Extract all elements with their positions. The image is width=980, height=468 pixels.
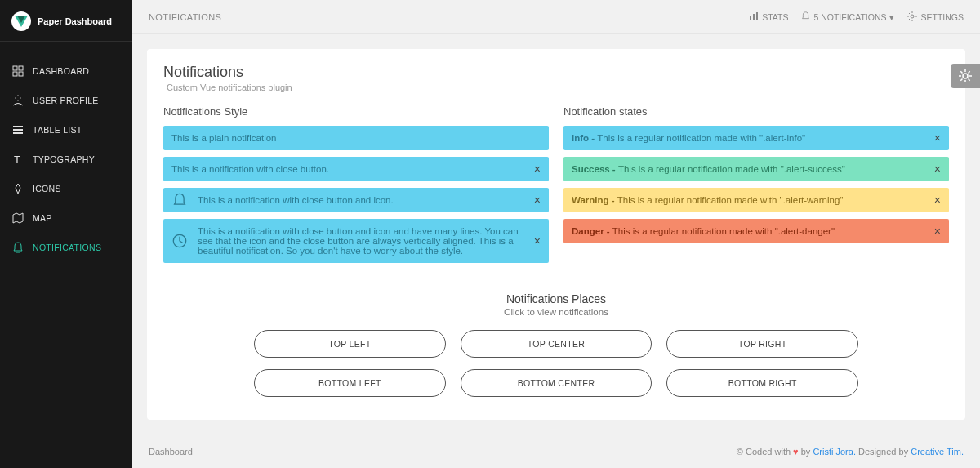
typography-icon: T	[11, 153, 24, 166]
dashboard-icon	[11, 65, 24, 78]
alert-text: This is a notification with close button…	[198, 226, 521, 256]
btn-bottom-center[interactable]: BOTTOM CENTER	[461, 369, 653, 397]
sidebar-item-label: TABLE LIST	[33, 125, 82, 135]
notifications-label: 5 NOTIFICATIONS	[813, 12, 886, 22]
places-grid: TOP LEFT TOP CENTER TOP RIGHT BOTTOM LEF…	[254, 330, 858, 397]
alert-text: Danger - This is a regular notification …	[572, 226, 835, 236]
places-subtitle: Click to view notifications	[163, 307, 949, 317]
alert-state-info: Info - This is a regular notification ma…	[564, 126, 949, 150]
main: NOTIFICATIONS STATS 5 NOTIFICATIONS ▾ SE…	[132, 0, 980, 468]
close-icon[interactable]: ×	[534, 234, 541, 247]
states-heading: Notification states	[564, 105, 949, 118]
sidebar-item-label: DASHBOARD	[33, 66, 89, 76]
sidebar-item-map[interactable]: MAP	[0, 203, 132, 233]
sidebar-item-user-profile[interactable]: USER PROFILE	[0, 86, 132, 115]
page-crumb: NOTIFICATIONS	[149, 12, 221, 22]
sidebar-item-label: TYPOGRAPHY	[33, 154, 95, 164]
sidebar-item-label: USER PROFILE	[33, 96, 99, 105]
page-subtitle: Custom Vue notifications plugin	[167, 82, 949, 92]
sidebar-item-notifications[interactable]: NOTIFICATIONS	[0, 233, 132, 262]
close-icon[interactable]: ×	[934, 131, 941, 145]
chart-icon	[749, 11, 759, 23]
sidebar-item-table-list[interactable]: TABLE LIST	[0, 115, 132, 145]
card-header: Notifications Custom Vue notifications p…	[163, 64, 949, 92]
gear-icon	[907, 11, 917, 23]
alert-text: This is a plain notification	[172, 133, 276, 143]
btn-bottom-right[interactable]: BOTTOM RIGHT	[666, 369, 858, 397]
style-heading: Notifications Style	[163, 105, 549, 118]
alert-text: Success - This is a regular notification…	[572, 164, 845, 174]
sidebar-item-label: NOTIFICATIONS	[33, 243, 101, 252]
stats-link[interactable]: STATS	[749, 11, 788, 23]
chevron-down-icon: ▾	[889, 12, 894, 22]
alert-with-icon: This is a notification with close button…	[163, 188, 549, 212]
footer-right: © Coded with ♥ by Cristi Jora. Designed …	[737, 447, 964, 457]
alert-state-warning: Warning - This is a regular notification…	[564, 188, 949, 212]
alert-plain: This is a plain notification	[163, 126, 549, 150]
sidebar-item-icons[interactable]: ICONS	[0, 174, 132, 203]
map-icon	[11, 212, 24, 225]
svg-rect-13	[753, 14, 755, 20]
sidebar-item-label: ICONS	[33, 184, 61, 194]
stats-label: STATS	[762, 12, 788, 22]
footer-left[interactable]: Dashboard	[149, 447, 193, 457]
footer-author-link[interactable]: Cristi Jora.	[813, 447, 856, 457]
active-caret	[132, 252, 139, 265]
sidebar: Paper Dashboard DASHBOARD USER PROFILE T…	[0, 0, 132, 468]
close-icon[interactable]: ×	[934, 194, 941, 207]
svg-rect-2	[13, 66, 17, 70]
svg-text:T: T	[14, 154, 20, 165]
alert-state-danger: Danger - This is a regular notification …	[564, 219, 949, 243]
notifications-dropdown[interactable]: 5 NOTIFICATIONS ▾	[801, 11, 894, 22]
brand-name: Paper Dashboard	[38, 16, 112, 26]
bell-icon	[801, 11, 810, 22]
svg-point-17	[963, 74, 968, 78]
vue-logo-icon	[11, 11, 31, 31]
close-icon[interactable]: ×	[934, 225, 941, 238]
alert-text: This is a notification with close button…	[172, 164, 329, 174]
clock-icon	[172, 233, 188, 249]
sidebar-item-label: MAP	[33, 213, 52, 223]
svg-rect-12	[750, 16, 751, 20]
sidebar-item-dashboard[interactable]: DASHBOARD	[0, 56, 132, 86]
btn-top-center[interactable]: TOP CENTER	[461, 330, 653, 358]
svg-rect-5	[19, 72, 23, 76]
footer-designer-link[interactable]: Creative Tim.	[911, 447, 964, 457]
settings-label: SETTINGS	[920, 12, 964, 22]
top-actions: STATS 5 NOTIFICATIONS ▾ SETTINGS	[749, 11, 964, 23]
theme-gear-button[interactable]	[951, 64, 980, 88]
brand-logo[interactable]: Paper Dashboard	[0, 8, 132, 42]
states-column: Notification states Info - This is a reg…	[564, 105, 949, 270]
btn-top-left[interactable]: TOP LEFT	[254, 330, 446, 358]
alert-text: This is a notification with close button…	[198, 195, 394, 205]
alert-multiline: This is a notification with close button…	[163, 219, 549, 263]
alert-with-close: This is a notification with close button…	[163, 157, 549, 181]
alert-text: Info - This is a regular notification ma…	[572, 133, 805, 143]
svg-point-15	[911, 15, 914, 18]
page-title: Notifications	[163, 64, 949, 81]
settings-link[interactable]: SETTINGS	[907, 11, 964, 23]
btn-top-right[interactable]: TOP RIGHT	[666, 330, 858, 358]
places-section: Notifications Places Click to view notif…	[163, 292, 949, 397]
card: Notifications Custom Vue notifications p…	[147, 49, 965, 420]
sidebar-nav: DASHBOARD USER PROFILE TABLE LIST T TYPO…	[0, 42, 132, 277]
svg-rect-4	[13, 72, 17, 76]
alert-state-success: Success - This is a regular notification…	[564, 157, 949, 181]
svg-point-6	[16, 96, 20, 100]
gear-icon	[959, 69, 972, 82]
svg-rect-14	[756, 12, 758, 20]
pen-icon	[11, 182, 24, 195]
alert-text: Warning - This is a regular notification…	[572, 195, 843, 205]
svg-rect-3	[19, 66, 23, 70]
bell-icon	[172, 192, 188, 208]
style-column: Notifications Style This is a plain noti…	[163, 105, 549, 270]
list-icon	[11, 123, 24, 136]
close-icon[interactable]: ×	[934, 163, 941, 176]
btn-bottom-left[interactable]: BOTTOM LEFT	[254, 369, 446, 397]
bell-icon	[11, 241, 24, 254]
close-icon[interactable]: ×	[534, 163, 541, 176]
content: Notifications Custom Vue notifications p…	[132, 34, 980, 435]
topbar: NOTIFICATIONS STATS 5 NOTIFICATIONS ▾ SE…	[132, 0, 980, 34]
close-icon[interactable]: ×	[534, 194, 541, 207]
sidebar-item-typography[interactable]: T TYPOGRAPHY	[0, 145, 132, 174]
